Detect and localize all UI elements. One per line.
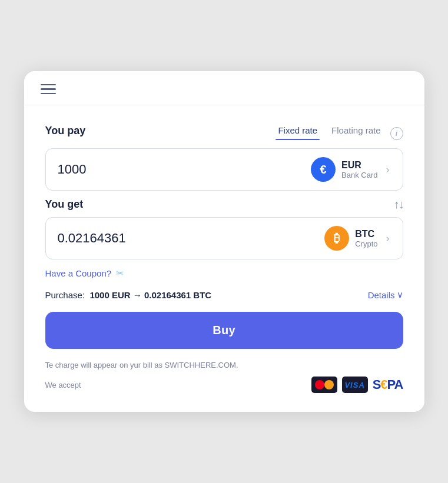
purchase-row: Purchase: 1000 EUR → 0.02164361 BTC Deta…	[45, 279, 403, 300]
buy-button[interactable]: Buy	[45, 312, 403, 349]
mastercard-icon	[311, 377, 337, 393]
purchase-summary: 1000 EUR → 0.02164361 BTC	[89, 290, 211, 300]
you-get-input-box: 0.02164361 ₿ BTC Crypto ›	[45, 217, 403, 259]
coupon-scissors-icon: ✂	[116, 268, 124, 279]
coupon-link[interactable]: Have a Coupon?	[45, 268, 112, 278]
menu-button[interactable]	[41, 84, 56, 95]
eur-chevron-icon: ›	[386, 164, 390, 176]
fixed-rate-tab[interactable]: Fixed rate	[271, 122, 324, 140]
sepa-icon: S€PA	[373, 377, 403, 392]
visa-icon: VISA	[342, 377, 368, 393]
coupon-row: Have a Coupon? ✂	[45, 259, 403, 279]
footer-text: Te charge will appear on yur bill as SWI…	[24, 349, 424, 372]
btc-currency-info: BTC Crypto	[355, 228, 377, 248]
you-pay-input[interactable]: 1000	[58, 162, 306, 177]
rate-row: You pay Fixed rate Floating rate i	[45, 122, 403, 140]
btc-currency-name: BTC	[355, 228, 377, 239]
chevron-down-icon: ∨	[397, 289, 403, 300]
main-content: You pay Fixed rate Floating rate i 1000 …	[24, 105, 424, 349]
swap-icon[interactable]: ↑↓	[394, 198, 403, 211]
eur-currency-selector[interactable]: € EUR Bank Card ›	[305, 152, 394, 186]
eur-icon: €	[311, 157, 336, 182]
you-get-label: You get	[45, 198, 84, 211]
you-get-input[interactable]: 0.02164361	[58, 231, 319, 246]
we-accept-label: We accept	[45, 381, 81, 389]
btc-currency-type: Crypto	[355, 239, 377, 248]
details-button[interactable]: Details ∨	[368, 289, 403, 300]
you-pay-input-box: 1000 € EUR Bank Card ›	[45, 148, 403, 191]
eur-currency-type: Bank Card	[341, 171, 377, 179]
eur-currency-name: EUR	[341, 159, 377, 171]
payment-icons: VISA S€PA	[311, 377, 403, 393]
mc-left-circle	[315, 380, 324, 389]
btc-icon: ₿	[324, 226, 349, 251]
floating-rate-tab[interactable]: Floating rate	[324, 122, 387, 140]
purchase-label: Purchase: 1000 EUR → 0.02164361 BTC	[45, 290, 212, 300]
info-icon[interactable]: i	[390, 127, 403, 140]
eur-currency-info: EUR Bank Card	[341, 159, 377, 179]
main-card: You pay Fixed rate Floating rate i 1000 …	[24, 71, 424, 412]
swap-row: You get ↑↓	[45, 191, 403, 217]
mc-right-circle	[324, 380, 334, 389]
btc-chevron-icon: ›	[386, 232, 390, 245]
rate-tabs: Fixed rate Floating rate i	[271, 122, 403, 140]
header	[24, 71, 424, 106]
you-pay-label: You pay	[45, 125, 271, 137]
we-accept-row: We accept VISA S€PA	[24, 372, 424, 393]
btc-currency-selector[interactable]: ₿ BTC Crypto ›	[318, 221, 394, 255]
